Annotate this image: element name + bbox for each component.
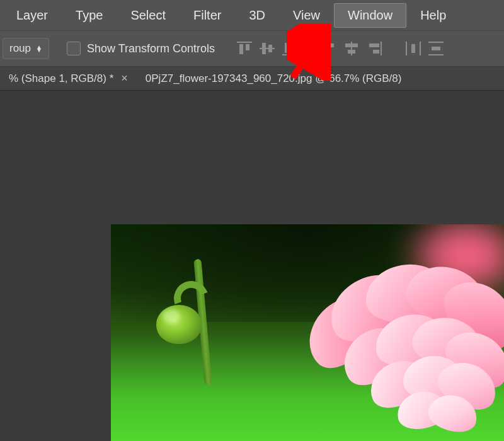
distribute-group <box>404 40 445 57</box>
align-hcenter-icon[interactable] <box>342 40 361 57</box>
close-icon[interactable]: × <box>121 72 128 85</box>
menu-item-filter[interactable]: Filter <box>180 3 235 28</box>
align-group-2 <box>319 40 384 57</box>
svg-rect-6 <box>282 54 297 55</box>
stepper-arrows-icon: ▲▼ <box>36 45 42 52</box>
svg-rect-1 <box>239 44 243 54</box>
checkbox-label: Show Transform Controls <box>87 42 215 55</box>
svg-rect-14 <box>348 50 355 54</box>
distribute-h-icon[interactable] <box>404 40 423 57</box>
svg-rect-22 <box>428 54 444 55</box>
svg-rect-16 <box>369 43 379 47</box>
document-tabs: % (Shape 1, RGB/8) * × 0PjZ7_flower-1973… <box>0 67 504 91</box>
align-group-1 <box>235 40 299 57</box>
menu-item-help[interactable]: Help <box>406 3 460 28</box>
menu-item-window[interactable]: Window <box>334 3 406 28</box>
align-bottom-icon[interactable] <box>280 40 299 57</box>
svg-rect-18 <box>406 42 407 55</box>
svg-rect-3 <box>260 48 275 49</box>
svg-rect-13 <box>345 43 358 47</box>
svg-rect-2 <box>246 44 249 50</box>
menu-item-select[interactable]: Select <box>117 3 180 28</box>
menu-item-view[interactable]: View <box>279 3 334 28</box>
canvas-workspace[interactable] <box>0 91 504 441</box>
document-tab-1[interactable]: % (Shape 1, RGB/8) * × <box>0 67 137 90</box>
svg-rect-0 <box>237 42 252 43</box>
tab-title: % (Shape 1, RGB/8) * <box>9 72 113 85</box>
svg-rect-8 <box>291 47 295 53</box>
menu-item-layer[interactable]: Layer <box>3 3 62 28</box>
menu-item-type[interactable]: Type <box>62 3 117 28</box>
svg-rect-9 <box>321 42 323 55</box>
svg-rect-20 <box>411 44 415 53</box>
align-vcenter-icon[interactable] <box>258 40 277 57</box>
document-tab-2[interactable]: 0PjZ7_flower-197343_960_720.jpg @ 66.7% … <box>137 67 411 90</box>
svg-rect-4 <box>262 43 266 54</box>
svg-rect-17 <box>373 50 379 54</box>
svg-rect-21 <box>428 42 444 43</box>
transform-controls-option: Show Transform Controls <box>67 42 215 55</box>
show-transform-checkbox[interactable] <box>67 42 81 55</box>
tab-title: 0PjZ7_flower-197343_960_720.jpg @ 66.7% … <box>146 72 402 85</box>
align-left-icon[interactable] <box>319 40 338 57</box>
svg-rect-11 <box>324 50 330 54</box>
distribute-v-icon[interactable] <box>427 40 445 57</box>
svg-rect-23 <box>432 47 440 50</box>
align-top-icon[interactable] <box>235 40 254 57</box>
menu-item-3d[interactable]: 3D <box>235 3 279 28</box>
options-bar: roup ▲▼ Show Transform Controls <box>0 30 504 67</box>
dropdown-value: roup <box>9 42 31 55</box>
menu-bar: Layer Type Select Filter 3D View Window … <box>0 0 504 30</box>
svg-rect-19 <box>420 42 421 55</box>
svg-rect-10 <box>324 43 334 47</box>
flower-image <box>111 224 504 441</box>
document-canvas[interactable] <box>111 224 504 441</box>
align-right-icon[interactable] <box>365 40 384 57</box>
svg-rect-5 <box>268 45 272 52</box>
svg-rect-7 <box>285 43 289 53</box>
layer-group-dropdown[interactable]: roup ▲▼ <box>3 38 49 59</box>
svg-rect-15 <box>381 42 382 55</box>
